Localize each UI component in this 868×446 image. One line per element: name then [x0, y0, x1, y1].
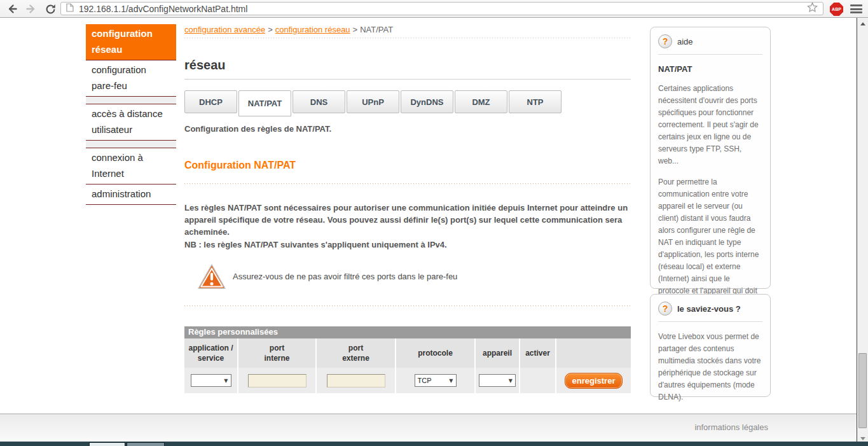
col-appareil: appareil — [476, 338, 520, 368]
tab-nat-pat[interactable]: NAT/PAT — [238, 90, 291, 116]
tab-dhcp[interactable]: DHCP — [184, 90, 237, 113]
tab-description: Configuration des règles de NAT/PAT. — [184, 124, 331, 134]
tab-dmz[interactable]: DMZ — [455, 90, 507, 113]
reload-icon[interactable] — [43, 3, 57, 15]
url-bar[interactable]: 192.168.1.1/advConfigNetworkNatPat.html — [60, 2, 823, 15]
scrollbar[interactable] — [857, 18, 868, 446]
breadcrumb-link-configuration-reseau[interactable]: configuration réseau — [275, 25, 350, 34]
sidebar-item-administration[interactable]: administration — [86, 185, 176, 205]
scroll-up-arrow-icon[interactable] — [857, 19, 868, 29]
back-icon[interactable] — [5, 3, 19, 15]
nb-paragraph: NB : les règles NAT/PAT suivantes s'appl… — [184, 240, 447, 249]
chevron-down-icon: ▼ — [449, 378, 453, 384]
sidebar-item-configuration-pare-feu[interactable]: configuration pare-feu — [86, 60, 176, 97]
protocol-select[interactable]: TCP ▼ — [415, 374, 457, 387]
breadcrumb-link-configuration-avancee[interactable]: configuration avancée — [184, 25, 265, 34]
table-row: ▼ TCP ▼ ▼ — [184, 368, 631, 393]
tip-text: Votre Livebox vous permet de partager de… — [658, 331, 762, 403]
adblock-icon[interactable]: ABP — [830, 3, 843, 16]
question-mark-icon: ? — [658, 302, 672, 316]
taskbar-window-button[interactable] — [89, 442, 125, 446]
help-panel: ? aide NAT/PAT Certaines applications né… — [650, 27, 771, 289]
question-mark-icon: ? — [658, 34, 672, 48]
intro-paragraph: Les règles NAT/PAT sont nécessaires pour… — [184, 202, 630, 238]
tab-upnp[interactable]: UPnP — [347, 90, 399, 113]
col-application-service: application / service — [184, 338, 238, 368]
page-icon — [66, 3, 74, 15]
col-port-externe: port externe — [317, 338, 396, 368]
main-content: configuration avancée>configuration rése… — [184, 18, 631, 415]
table-title: Règles personnalisées — [184, 326, 631, 338]
bookmark-star-icon[interactable] — [807, 2, 818, 15]
help-paragraph-2: Pour permettre la communication entre vo… — [658, 176, 762, 309]
col-protocole: protocole — [396, 338, 476, 368]
breadcrumb-current: NAT/PAT — [360, 25, 393, 34]
forward-icon[interactable] — [24, 3, 38, 15]
taskbar-window-button[interactable] — [127, 442, 165, 446]
help-heading: NAT/PAT — [658, 64, 762, 74]
save-button[interactable]: enregistrer — [565, 373, 623, 389]
dotted-separator — [184, 38, 631, 39]
page-footer: informations légales — [0, 414, 857, 442]
col-activer: activer — [520, 338, 556, 368]
appareil-select[interactable]: ▼ — [479, 374, 516, 387]
sidebar-item-connexion-a-internet[interactable]: connexion à Internet — [86, 148, 176, 185]
menu-icon[interactable] — [850, 4, 862, 13]
page-content: configuration réseau configuration pare-… — [0, 18, 857, 442]
dotted-separator — [184, 183, 631, 185]
table-header-row: application / service port interne port … — [184, 338, 631, 368]
url-text[interactable]: 192.168.1.1/advConfigNetworkNatPat.html — [79, 4, 807, 14]
warning-row: Assurez-vous de ne pas avoir filtré ces … — [197, 263, 457, 293]
help-paragraph-1: Certaines applications nécessitent d'ouv… — [658, 83, 762, 167]
custom-rules-table: Règles personnalisées application / serv… — [184, 326, 631, 393]
breadcrumb: configuration avancée>configuration rése… — [184, 25, 393, 34]
sidebar-item-acces-a-distance-utilisateur[interactable]: accès à distance utilisateur — [86, 104, 176, 141]
chevron-down-icon: ▼ — [509, 378, 513, 384]
page-title: réseau — [184, 58, 226, 73]
col-port-interne: port interne — [238, 338, 317, 368]
activer-cell — [520, 368, 556, 393]
application-select[interactable]: ▼ — [191, 374, 231, 387]
divider — [184, 79, 631, 80]
tab-ntp[interactable]: NTP — [509, 90, 561, 113]
browser-toolbar: 192.168.1.1/advConfigNetworkNatPat.html … — [0, 0, 868, 18]
sidebar-nav: configuration réseau configuration pare-… — [86, 24, 176, 205]
col-actions — [556, 338, 631, 368]
section-title: Configuration NAT/PAT — [184, 160, 296, 171]
tab-dns[interactable]: DNS — [293, 90, 345, 113]
help-panel-title: aide — [677, 37, 693, 46]
port-interne-input[interactable] — [248, 374, 307, 387]
chevron-down-icon: ▼ — [224, 378, 228, 384]
warning-triangle-icon — [197, 263, 226, 293]
dotted-separator — [184, 305, 631, 307]
tip-panel-title: le saviez-vous ? — [677, 304, 741, 314]
network-tabs: DHCP NAT/PAT DNS UPnP DynDNS DMZ NTP — [184, 90, 561, 116]
warning-text: Assurez-vous de ne pas avoir filtré ces … — [233, 272, 457, 281]
sidebar-item-configuration-reseau[interactable]: configuration réseau — [86, 24, 176, 60]
port-externe-input[interactable] — [327, 374, 385, 387]
sidebar-spacer — [86, 141, 176, 148]
tip-panel: ? le saviez-vous ? Votre Livebox vous pe… — [650, 294, 771, 397]
scrollbar-thumb[interactable] — [858, 353, 867, 428]
tab-dyndns[interactable]: DynDNS — [401, 90, 453, 113]
taskbar-edge — [0, 442, 868, 446]
legal-link[interactable]: informations légales — [694, 422, 768, 432]
sidebar-spacer — [86, 97, 176, 104]
